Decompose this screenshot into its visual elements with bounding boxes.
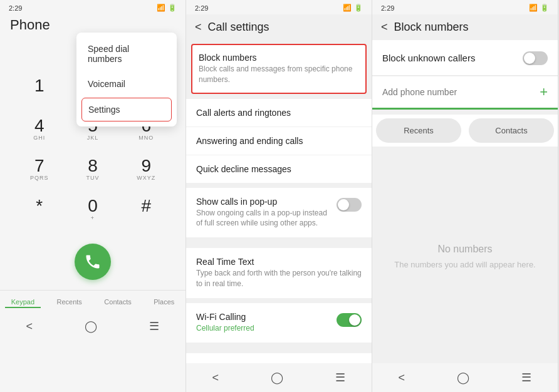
dial-key-hash[interactable]: # bbox=[120, 190, 173, 230]
block-numbers-title: Block numbers bbox=[394, 21, 469, 34]
recents-sys-btn-2[interactable]: ☰ bbox=[323, 368, 358, 387]
settings-section-voicemail: Voicemail bbox=[186, 353, 372, 363]
status-bar-1: 2:29 📶 🔋 bbox=[0, 0, 185, 14]
nav-recents[interactable]: Recents bbox=[51, 297, 88, 308]
time-1: 2:29 bbox=[9, 4, 22, 12]
settings-block-numbers[interactable]: Block numbers Block calls and messages f… bbox=[191, 44, 367, 94]
tab-contacts[interactable]: Contacts bbox=[469, 118, 554, 143]
recents-sys-btn-1[interactable]: ☰ bbox=[137, 317, 172, 336]
dial-key-star[interactable]: * bbox=[13, 190, 66, 230]
recents-sys-btn-3[interactable]: ☰ bbox=[509, 368, 544, 387]
toggle-show-calls[interactable] bbox=[337, 198, 362, 212]
status-bar-2: 2:29 📶 🔋 bbox=[186, 0, 372, 14]
settings-call-alerts[interactable]: Call alerts and ringtones bbox=[186, 99, 372, 127]
settings-wifi-calling[interactable]: Wi-Fi Calling Cellular preferred bbox=[186, 303, 372, 343]
home-sys-btn-3[interactable]: ◯ bbox=[444, 368, 482, 387]
phone-dialer-panel: 2:29 📶 🔋 Phone Speed dial numbers Voicem… bbox=[0, 0, 186, 392]
settings-show-calls-popup[interactable]: Show calls in pop-up Show ongoing calls … bbox=[186, 188, 372, 239]
call-button[interactable] bbox=[75, 244, 111, 280]
settings-quick-decline[interactable]: Quick decline messages bbox=[186, 155, 372, 183]
bottom-nav: Keypad Recents Contacts Places bbox=[0, 290, 185, 312]
system-nav-3: < ◯ ☰ bbox=[372, 363, 558, 392]
dial-key-8[interactable]: 8 TUV bbox=[66, 150, 119, 190]
dial-key-9[interactable]: 9 WXYZ bbox=[120, 150, 173, 190]
add-number-input[interactable] bbox=[382, 87, 540, 97]
phone-dropdown-menu: Speed dial numbers Voicemail Settings bbox=[76, 33, 177, 126]
nav-places[interactable]: Places bbox=[147, 297, 180, 308]
dropdown-settings[interactable]: Settings bbox=[81, 98, 172, 121]
dial-key-7[interactable]: 7 PQRS bbox=[13, 150, 66, 190]
call-button-row bbox=[0, 244, 185, 280]
settings-answering[interactable]: Answering and ending calls bbox=[186, 127, 372, 155]
toggle-wifi-calling[interactable] bbox=[337, 313, 362, 327]
block-numbers-header: < Block numbers bbox=[372, 14, 558, 40]
system-nav-1: < ◯ ☰ bbox=[0, 312, 185, 341]
dropdown-voicemail[interactable]: Voicemail bbox=[76, 71, 177, 96]
time-3: 2:29 bbox=[381, 4, 394, 12]
call-settings-header: < Call settings bbox=[186, 14, 372, 40]
phone-icon bbox=[84, 253, 102, 271]
status-icons-3: 📶 🔋 bbox=[529, 4, 549, 12]
block-numbers-panel: 2:29 📶 🔋 < Block numbers Block unknown c… bbox=[372, 0, 558, 392]
back-sys-btn-3[interactable]: < bbox=[386, 369, 418, 387]
system-nav-2: < ◯ ☰ bbox=[186, 363, 372, 392]
settings-section-main: Call alerts and ringtones Answering and … bbox=[186, 99, 372, 183]
dial-key-1[interactable]: 1 bbox=[13, 70, 66, 110]
back-sys-btn-2[interactable]: < bbox=[200, 369, 232, 387]
empty-state: No numbers The numbers you add will appe… bbox=[372, 149, 558, 363]
block-unknown-row: Block unknown callers bbox=[372, 40, 558, 75]
dial-key-4[interactable]: 4 GHI bbox=[13, 110, 66, 150]
nav-contacts[interactable]: Contacts bbox=[98, 297, 137, 308]
add-number-row: + bbox=[372, 76, 558, 110]
settings-real-time-text[interactable]: Real Time Text Type back and forth with … bbox=[186, 248, 372, 298]
back-button-2[interactable]: < bbox=[195, 21, 202, 34]
settings-section-rtt: Real Time Text Type back and forth with … bbox=[186, 248, 372, 298]
call-settings-title: Call settings bbox=[208, 21, 269, 34]
tab-recents[interactable]: Recents bbox=[376, 118, 461, 143]
home-sys-btn-1[interactable]: ◯ bbox=[72, 317, 110, 336]
back-button-3[interactable]: < bbox=[381, 21, 388, 34]
call-settings-panel: 2:29 📶 🔋 < Call settings Block numbers B… bbox=[186, 0, 372, 392]
home-sys-btn-2[interactable]: ◯ bbox=[258, 368, 296, 387]
empty-title: No numbers bbox=[437, 244, 492, 255]
block-unknown-label: Block unknown callers bbox=[382, 53, 475, 63]
nav-keypad[interactable]: Keypad bbox=[5, 297, 41, 308]
status-icons-1: 📶 🔋 bbox=[157, 4, 177, 12]
settings-voicemail[interactable]: Voicemail bbox=[186, 353, 372, 363]
status-icons-2: 📶 🔋 bbox=[343, 4, 363, 12]
back-sys-btn-1[interactable]: < bbox=[14, 317, 46, 336]
block-unknown-section: Block unknown callers + bbox=[372, 40, 558, 110]
dropdown-speed-dial[interactable]: Speed dial numbers bbox=[76, 36, 177, 71]
empty-subtitle: The numbers you add will appear here. bbox=[394, 260, 535, 269]
toggle-block-unknown[interactable] bbox=[523, 51, 548, 65]
status-bar-3: 2:29 📶 🔋 bbox=[372, 0, 558, 14]
tab-row: Recents Contacts bbox=[372, 115, 558, 147]
time-2: 2:29 bbox=[195, 4, 208, 12]
dial-key-0[interactable]: 0 + bbox=[66, 190, 119, 230]
add-number-icon[interactable]: + bbox=[540, 84, 548, 100]
